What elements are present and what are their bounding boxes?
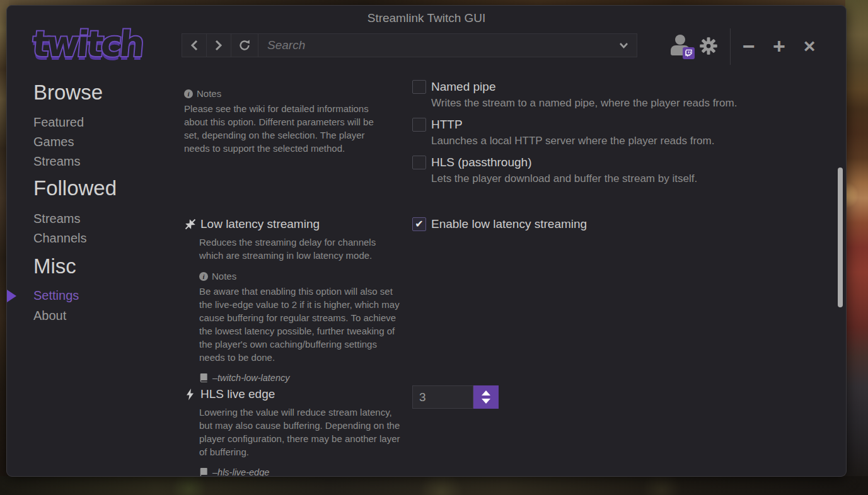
http-checkbox[interactable]: ✔	[412, 118, 426, 132]
compress-icon	[184, 219, 196, 230]
hls-live-edge-block: HLS live edge Lowering the value will re…	[184, 387, 406, 477]
enable-low-latency-label[interactable]: Enable low latency streaming	[431, 217, 587, 231]
settings-gear-button[interactable]	[698, 35, 719, 57]
notes-heading: i Notes	[184, 88, 406, 99]
enable-low-latency-row: ✔ Enable low latency streaming	[412, 217, 587, 231]
user-account-button[interactable]	[671, 35, 692, 57]
gear-icon	[699, 37, 718, 55]
sidebar-item-featured[interactable]: Featured	[33, 115, 84, 130]
background-image-bottom	[0, 476, 868, 495]
hls-live-edge-description: Lowering the value will reduce stream la…	[199, 406, 402, 458]
maximize-icon: +	[773, 34, 785, 59]
low-latency-notes-heading: i Notes	[199, 271, 406, 282]
chevron-down-icon	[619, 42, 628, 48]
sidebar-item-followed-channels[interactable]: Channels	[33, 231, 87, 246]
info-icon: i	[184, 89, 193, 98]
hls-live-edge-parameter: –hls-live-edge	[212, 467, 269, 477]
twitch-glitch-badge-icon	[683, 47, 695, 59]
sidebar-header-browse: Browse	[33, 81, 103, 105]
lightning-bolt-icon	[184, 389, 196, 401]
hls-passthrough-label[interactable]: HLS (passthrough)	[431, 156, 531, 169]
user-icon	[675, 35, 685, 45]
low-latency-parameter-row: –twitch-low-latency	[199, 373, 406, 383]
streaming-method-notes-block: i Notes Please see the wiki for detailed…	[184, 88, 406, 155]
sidebar-header-misc: Misc	[33, 254, 76, 278]
book-icon	[199, 468, 208, 477]
notes-text: Please see the wiki for detailed informa…	[184, 102, 387, 155]
minimize-button[interactable]: −	[735, 33, 763, 59]
hls-live-edge-input[interactable]	[412, 385, 473, 409]
sidebar-item-games[interactable]: Games	[33, 135, 74, 149]
minimize-icon: −	[743, 34, 755, 59]
background-image-right	[845, 0, 868, 495]
chevron-right-icon	[215, 40, 223, 51]
forward-button[interactable]	[207, 34, 231, 57]
http-label[interactable]: HTTP	[431, 118, 463, 132]
scrollbar-thumb[interactable]	[838, 168, 843, 307]
spinner-down-icon[interactable]	[482, 399, 490, 404]
app-window: Streamlink Twitch GUI twitch twitch	[6, 5, 847, 477]
chevron-left-icon	[190, 40, 198, 51]
hls-live-edge-title: HLS live edge	[200, 387, 275, 401]
refresh-icon	[239, 40, 250, 51]
method-http-row: ✔ HTTP Launches a local HTTP server wher…	[412, 118, 714, 147]
named-pipe-label[interactable]: Named pipe	[431, 80, 495, 94]
spinner-up-icon[interactable]	[482, 390, 490, 395]
active-item-arrow-icon	[7, 290, 16, 302]
svg-text:twitch: twitch	[31, 23, 144, 64]
header-divider	[730, 28, 731, 65]
hls-live-edge-input-group	[412, 385, 499, 409]
book-icon	[199, 373, 208, 382]
info-icon: i	[199, 272, 208, 281]
method-hls-passthrough-row: ✔ HLS (passthrough) Lets the player down…	[412, 156, 697, 185]
close-icon: ×	[804, 35, 816, 58]
low-latency-block: Low latency streaming Reduces the stream…	[184, 217, 406, 383]
named-pipe-description: Writes the stream to a named pipe, where…	[431, 97, 737, 110]
low-latency-notes-text: Be aware that enabling this option will …	[199, 285, 402, 364]
sidebar-header-followed: Followed	[33, 176, 117, 200]
low-latency-title: Low latency streaming	[200, 217, 320, 231]
hls-passthrough-description: Lets the player download and buffer the …	[431, 173, 697, 185]
search-input[interactable]	[258, 34, 610, 57]
http-description: Launches a local HTTP server where the p…	[431, 135, 714, 147]
hls-passthrough-checkbox[interactable]: ✔	[412, 156, 426, 169]
named-pipe-checkbox[interactable]: ✔	[412, 80, 426, 94]
check-icon: ✔	[415, 219, 423, 229]
back-button[interactable]	[182, 34, 207, 57]
hls-live-edge-parameter-row: –hls-live-edge	[199, 467, 406, 477]
sidebar-item-streams[interactable]: Streams	[33, 154, 80, 169]
low-latency-description: Reduces the streaming delay for channels…	[199, 236, 402, 262]
sidebar-item-followed-streams[interactable]: Streams	[33, 212, 80, 226]
close-button[interactable]: ×	[796, 33, 823, 59]
sidebar: Browse Featured Games Streams Followed S…	[7, 72, 177, 477]
spinner-buttons[interactable]	[473, 385, 499, 409]
search-dropdown-toggle[interactable]	[610, 34, 637, 57]
sidebar-item-settings[interactable]: Settings	[33, 288, 79, 303]
method-named-pipe-row: ✔ Named pipe Writes the stream to a name…	[412, 80, 737, 110]
maximize-button[interactable]: +	[765, 33, 793, 59]
sidebar-item-about[interactable]: About	[33, 309, 66, 323]
nav-search-bar	[182, 33, 637, 57]
enable-low-latency-checkbox[interactable]: ✔	[412, 217, 426, 231]
twitch-logo-icon: twitch twitch	[26, 21, 158, 72]
refresh-button[interactable]	[231, 34, 258, 57]
low-latency-parameter: –twitch-low-latency	[212, 373, 290, 383]
twitch-logo[interactable]: twitch twitch	[26, 21, 158, 72]
